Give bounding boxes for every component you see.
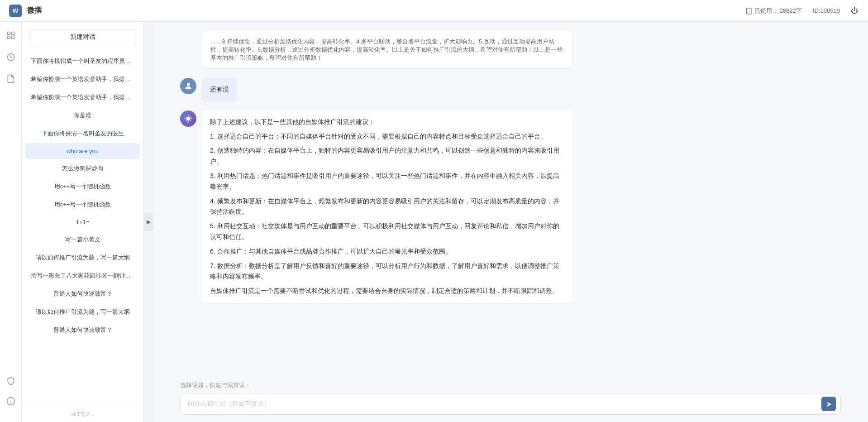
icon-rail-bottom xyxy=(5,375,17,415)
ai-message-paragraph: 6. 合作推广：与其他自媒体平台或品牌合作推广，可以扩大自己的曝光率和受众范围。 xyxy=(210,246,565,257)
topbar: W 微撰 📋 已使用： 28822字 ID:100519 ⏻ xyxy=(0,0,868,22)
sidebar-item[interactable]: 撰写一篇关于八大家花园社区一刻钟便民生... xyxy=(25,267,140,284)
ai-message-paragraph: 2. 创造独特的内容：在自媒体平台上，独特的内容更容易吸引用户的注意力和共鸣，可… xyxy=(210,145,565,167)
truncated-message: ...... 3.持续优化，通过分析反馈优化内容，提高转化率。4.多平台联动，整… xyxy=(202,31,573,69)
topbar-logo-icon: W xyxy=(9,5,22,17)
user-avatar xyxy=(180,78,196,94)
topbar-title: 微撰 xyxy=(27,6,42,15)
sidebar-item[interactable]: 希望你扮演一个英语发音助手，我提供给你... xyxy=(25,89,140,106)
sidebar-item[interactable]: 你是谁 xyxy=(25,107,140,124)
sidebar-item[interactable]: 希望你扮演一个英语发音助手，我提供给你... xyxy=(25,71,140,88)
topbar-right: 📋 已使用： 28822字 ID:100519 ⏻ xyxy=(745,7,859,15)
svg-rect-2 xyxy=(7,36,10,39)
sidebar-item[interactable]: 1+1= xyxy=(25,214,140,230)
icon-rail xyxy=(0,22,22,422)
chat-area: ...... 3.持续优化，通过分析反馈优化内容，提高转化率。4.多平台联动，整… xyxy=(153,22,868,422)
clock-icon[interactable] xyxy=(5,51,17,63)
doc-icon: 📋 xyxy=(745,7,753,14)
topbar-id: ID:100519 xyxy=(813,7,840,14)
info-icon[interactable] xyxy=(5,395,17,408)
ai-message-paragraph: 1. 选择适合自己的平台：不同的自媒体平台针对的受众不同，需要根据自己的内容特点… xyxy=(210,131,565,142)
main-layout: 新建对话 下面你将模拟成一个叫圣友的程序员，我说...希望你扮演一个英语发音助手… xyxy=(0,22,868,422)
svg-rect-0 xyxy=(7,32,10,35)
sidebar-item[interactable]: 下面你将模拟成一个叫圣友的程序员，我说... xyxy=(25,53,140,70)
chat-footer: 选择话题，快速与我对话： 问什么都可以（按回车发送） ➤ xyxy=(153,376,868,422)
ai-message-paragraph: 除了上述建议，以下是一些其他的自媒体推广引流的建议： xyxy=(210,117,565,128)
svg-rect-3 xyxy=(11,36,14,39)
sidebar-list: 下面你将模拟成一个叫圣友的程序员，我说...希望你扮演一个英语发音助手，我提供给… xyxy=(22,53,143,407)
truncated-text: ...... 3.持续优化，通过分析反馈优化内容，提高转化率。4.多平台联动，整… xyxy=(210,38,563,61)
sidebar-item[interactable]: 写一篇小黄文 xyxy=(25,231,140,248)
sidebar-bottom: sCF客2... xyxy=(22,407,143,422)
sidebar-collapse-button[interactable]: ▶ xyxy=(144,213,153,231)
input-area[interactable]: 问什么都可以（按回车发送） ➤ xyxy=(180,393,841,415)
sidebar-item[interactable]: who are you xyxy=(25,143,140,159)
sidebar-item[interactable]: 下面你将扮演一名叫圣友的医生 xyxy=(25,125,140,142)
svg-point-8 xyxy=(187,83,190,86)
user-message-bubble: 还有没 xyxy=(202,78,237,101)
sidebar-item[interactable]: 用c++写一个随机函数 xyxy=(25,196,140,213)
user-message-text: 还有没 xyxy=(210,86,229,93)
assistant-message-row: 除了上述建议，以下是一些其他的自媒体推广引流的建议：1. 选择适合自己的平台：不… xyxy=(180,110,841,303)
sidebar-item[interactable]: 普通人如何快速致富？ xyxy=(25,285,140,302)
sidebar-item[interactable]: 请以如何推广引流为题，写一篇大纲 xyxy=(25,249,140,266)
home-icon[interactable] xyxy=(5,29,17,42)
ai-message-bubble: 除了上述建议，以下是一些其他的自媒体推广引流的建议：1. 选择适合自己的平台：不… xyxy=(202,110,573,303)
sidebar-item[interactable]: 用c++写一个随机函数 xyxy=(25,178,140,195)
ai-message-paragraph: 5. 利用社交互动：社交媒体是与用户互动的重要平台，可以积极利用社交媒体与用户互… xyxy=(210,221,565,243)
user-message-row: 还有没 xyxy=(180,78,841,101)
usage-label: 已使用： xyxy=(754,7,778,15)
topbar-usage: 📋 已使用： 28822字 xyxy=(745,7,802,15)
sidebar-item[interactable]: 普通人如何快速致富？ xyxy=(25,321,140,339)
ai-avatar xyxy=(180,110,196,127)
power-icon[interactable]: ⏻ xyxy=(851,7,859,15)
send-icon: ➤ xyxy=(826,400,832,408)
shield-icon[interactable] xyxy=(5,375,17,388)
topbar-left: W 微撰 xyxy=(9,5,42,17)
ai-message-paragraph: 3. 利用热门话题：热门话题和事件是吸引用户的重要途径，可以关注一些热门话题和事… xyxy=(210,171,565,192)
new-conversation-button[interactable]: 新建对话 xyxy=(29,29,136,45)
chat-messages: ...... 3.持续优化，通过分析反馈优化内容，提高转化率。4.多平台联动，整… xyxy=(153,22,868,376)
svg-rect-1 xyxy=(11,32,14,35)
ai-message-paragraph: 自媒体推广引流是一个需要不断尝试和优化的过程，需要结合自身的实际情况，制定合适的… xyxy=(210,286,565,297)
sidebar-item[interactable]: 怎么做狗屎炒肉 xyxy=(25,160,140,177)
send-button[interactable]: ➤ xyxy=(821,397,836,411)
svg-point-9 xyxy=(186,116,190,120)
input-placeholder: 问什么都可以（按回车发送） xyxy=(188,400,270,408)
document-icon[interactable] xyxy=(5,72,17,85)
sidebar: 新建对话 下面你将模拟成一个叫圣友的程序员，我说...希望你扮演一个英语发音助手… xyxy=(22,22,144,422)
usage-value: 28822字 xyxy=(780,7,802,15)
ai-message-paragraph: 4. 频繁发布和更新：在自媒体平台上，频繁发布和更新的内容更容易吸引用户的关注和… xyxy=(210,196,565,218)
quick-suggestions-label: 选择话题，快速与我对话： xyxy=(180,381,841,389)
ai-message-paragraph: 7. 数据分析：数据分析是了解用户反馈和喜好的重要途径，可以分析用户行为和数据，… xyxy=(210,261,565,283)
sidebar-item[interactable]: 请以如何推广引流为题，写一篇大纲 xyxy=(25,303,140,321)
